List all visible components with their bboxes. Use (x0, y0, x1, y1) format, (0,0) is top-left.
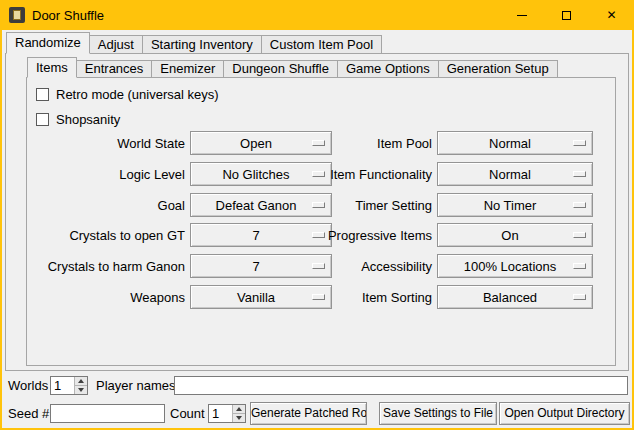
titlebar: Door Shuffle ✕ (0, 0, 634, 30)
close-icon: ✕ (606, 9, 616, 21)
spin-down-arrow-icon[interactable] (75, 386, 87, 394)
worlds-value[interactable]: 1 (51, 377, 74, 394)
dropdown-indicator-icon (573, 294, 586, 300)
close-button[interactable]: ✕ (589, 0, 634, 30)
world-state-label: World State (32, 136, 185, 151)
spin-up-arrow-icon[interactable] (75, 377, 87, 386)
crystals-harm-ganon-label: Crystals to harm Ganon (32, 259, 185, 274)
item-pool-value: Normal (489, 136, 541, 151)
player-names-input[interactable] (174, 376, 628, 395)
weapons-label: Weapons (32, 290, 185, 305)
dropdown-indicator-icon (573, 232, 586, 238)
worlds-spinner[interactable]: 1 (50, 376, 88, 395)
progressive-items-label: Progressive Items (242, 228, 432, 243)
tab-game-options[interactable]: Game Options (337, 60, 439, 77)
dropdown-indicator-icon (573, 140, 586, 146)
worlds-label: Worlds (8, 376, 48, 396)
shopsanity-checkbox[interactable] (36, 113, 49, 126)
minimize-icon (517, 15, 527, 16)
count-label: Count (170, 404, 205, 424)
window-controls: ✕ (499, 0, 634, 30)
accessibility-label: Accessibility (242, 259, 432, 274)
crystals-open-gt-label: Crystals to open GT (32, 228, 185, 243)
item-sorting-label: Item Sorting (242, 290, 432, 305)
item-functionality-value: Normal (489, 167, 541, 182)
window-title: Door Shuffle (32, 8, 104, 23)
tab-dungeon-shuffle[interactable]: Dungeon Shuffle (223, 60, 338, 77)
minimize-button[interactable] (499, 0, 544, 30)
progressive-items-dropdown[interactable]: On (437, 223, 593, 247)
worlds-spinner-arrows (74, 377, 87, 394)
logic-level-label: Logic Level (32, 167, 185, 182)
client-area: Randomize Adjust Starting Inventory Cust… (2, 30, 632, 428)
open-output-directory-button[interactable]: Open Output Directory (499, 402, 630, 425)
save-settings-button[interactable]: Save Settings to File (379, 402, 497, 425)
tab-items[interactable]: Items (27, 57, 77, 78)
timer-setting-dropdown[interactable]: No Timer (437, 193, 593, 217)
maximize-icon (562, 11, 571, 20)
main-tab-bar: Randomize Adjust Starting Inventory Cust… (6, 32, 381, 54)
item-pool-dropdown[interactable]: Normal (437, 131, 593, 155)
item-pool-label: Item Pool (242, 136, 432, 151)
accessibility-value: 100% Locations (464, 259, 567, 274)
player-names-label: Player names (96, 376, 175, 396)
tab-custom-item-pool[interactable]: Custom Item Pool (261, 35, 382, 53)
seed-label: Seed # (8, 404, 49, 424)
dropdown-indicator-icon (573, 171, 586, 177)
timer-setting-label: Timer Setting (242, 198, 432, 213)
sub-tab-bar: Items Entrances Enemizer Dungeon Shuffle… (27, 57, 557, 78)
accessibility-dropdown[interactable]: 100% Locations (437, 254, 593, 278)
dropdown-indicator-icon (573, 202, 586, 208)
shopsanity-row: Shopsanity (36, 111, 120, 127)
spin-down-arrow-icon[interactable] (233, 414, 245, 422)
generate-patched-rom-button[interactable]: Generate Patched Rom (250, 402, 367, 425)
tab-enemizer[interactable]: Enemizer (151, 60, 224, 77)
dropdown-indicator-icon (573, 263, 586, 269)
item-sorting-value: Balanced (483, 290, 547, 305)
item-sorting-dropdown[interactable]: Balanced (437, 285, 593, 309)
app-icon (9, 7, 25, 23)
tab-randomize[interactable]: Randomize (6, 32, 90, 54)
progressive-items-value: On (501, 228, 528, 243)
retro-mode-label: Retro mode (universal keys) (56, 87, 219, 102)
item-functionality-label: Item Functionality (242, 167, 432, 182)
tab-starting-inventory[interactable]: Starting Inventory (142, 35, 262, 53)
door-icon (13, 10, 21, 20)
count-spinner-arrows (232, 405, 245, 422)
tab-entrances[interactable]: Entrances (76, 60, 153, 77)
timer-setting-value: No Timer (484, 198, 547, 213)
goal-label: Goal (32, 198, 185, 213)
tab-adjust[interactable]: Adjust (89, 35, 143, 53)
count-value[interactable]: 1 (209, 405, 232, 422)
shopsanity-label: Shopsanity (56, 112, 120, 127)
seed-input[interactable] (50, 404, 165, 423)
item-functionality-dropdown[interactable]: Normal (437, 162, 593, 186)
maximize-button[interactable] (544, 0, 589, 30)
count-spinner[interactable]: 1 (208, 404, 246, 423)
tab-generation-setup[interactable]: Generation Setup (438, 60, 558, 77)
retro-mode-checkbox[interactable] (36, 88, 49, 101)
retro-mode-row: Retro mode (universal keys) (36, 86, 219, 102)
spin-up-arrow-icon[interactable] (233, 405, 245, 414)
